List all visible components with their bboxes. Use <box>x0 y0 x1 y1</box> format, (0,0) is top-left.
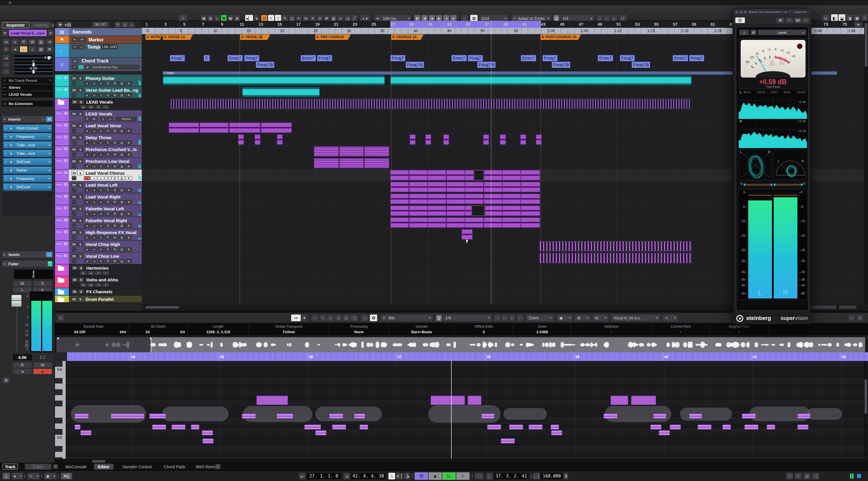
audio-clip[interactable] <box>171 99 691 109</box>
track-ctrl-2[interactable]: e <box>98 176 104 180</box>
editor-qtool-2[interactable]: e <box>509 314 515 321</box>
track-btn-m[interactable]: m <box>2 39 10 45</box>
track-ctrl-1[interactable]: ◂ <box>91 129 97 133</box>
editor-tool-3[interactable]: ◂) <box>335 314 342 321</box>
audio-clip[interactable] <box>314 158 339 168</box>
chord-event[interactable]: C <box>204 55 210 61</box>
track-m-button[interactable]: m <box>71 76 77 81</box>
pause-button[interactable]: ∥ <box>739 30 749 35</box>
audio-clip[interactable] <box>446 218 465 228</box>
track-ctrl-4[interactable]: W <box>112 188 118 192</box>
chord-event[interactable]: Emin7 <box>673 55 688 61</box>
audio-clip[interactable] <box>443 134 449 145</box>
audio-clip[interactable] <box>238 134 244 145</box>
track-m-button[interactable]: m <box>71 254 77 258</box>
automation-param-label[interactable]: Volume <box>116 117 136 121</box>
marker-flag[interactable]: 5: CHORUS 1A <box>391 34 424 40</box>
variaudio-segment[interactable] <box>797 414 810 419</box>
folder-ctrl-2[interactable]: = <box>95 105 102 109</box>
track-row-59[interactable]: ∿∿59msHigh Response FX Vocal●◂eRW▥❄ <box>55 229 142 241</box>
track-s-button[interactable]: s <box>78 230 83 234</box>
track-btn2-2[interactable]: ♪ <box>20 46 28 52</box>
editor-color-combo[interactable]: ◑▾ <box>662 314 678 321</box>
window-control-dot[interactable] <box>740 11 742 13</box>
audio-clip[interactable] <box>446 194 465 204</box>
audio-clip[interactable] <box>409 182 428 192</box>
track-row-56[interactable]: ∿∿56msLead Vocal Right●◂eRW▥❄ <box>55 193 142 205</box>
black-key[interactable] <box>55 418 62 423</box>
monitor-box[interactable] <box>72 188 76 192</box>
chord-event[interactable]: Emin7 <box>227 55 243 61</box>
track-ctrl-2[interactable]: e <box>98 164 104 168</box>
track-s-button[interactable]: s <box>78 265 84 270</box>
track-ctrl-6[interactable]: ❄ <box>126 129 132 133</box>
track-ctrl-3[interactable]: R <box>105 188 111 192</box>
info-field-zoom[interactable]: Zoom2.5488 <box>513 324 571 335</box>
track-s-button[interactable]: s <box>78 289 84 294</box>
track-ctrl-0[interactable]: ● <box>84 153 90 157</box>
audio-clip[interactable] <box>521 182 540 192</box>
track-ctrl-4[interactable]: W <box>112 200 118 204</box>
variaudio-editor[interactable]: C4C3 <box>55 361 868 459</box>
audio-clip[interactable] <box>465 182 484 192</box>
track-m-button[interactable]: m <box>71 171 77 175</box>
track-s-button[interactable]: s <box>78 194 83 199</box>
track-ctrl-3[interactable]: R <box>105 153 111 157</box>
audio-clip[interactable] <box>536 134 541 145</box>
variaudio-segment[interactable] <box>670 425 681 429</box>
track-ctrl-2[interactable]: e <box>98 259 104 263</box>
chord-event[interactable]: Fmaj7 <box>620 55 635 61</box>
bypass-icon[interactable]: □ <box>5 160 7 164</box>
track-ctrl-3[interactable]: R <box>105 235 111 239</box>
chevron-down-icon[interactable]: ▾ <box>49 169 50 172</box>
right-locator-icon[interactable]: ⬎ <box>343 473 350 480</box>
v-scrollbar-thumb[interactable] <box>865 23 867 66</box>
editor-tool-1[interactable]: ✎ <box>319 314 327 321</box>
monitor-box[interactable] <box>72 93 76 97</box>
track-s-button[interactable]: s <box>78 147 83 152</box>
audio-clip[interactable] <box>520 134 526 145</box>
folder-ctrl-1[interactable]: ◂ <box>87 283 94 287</box>
audio-clip[interactable] <box>199 123 228 133</box>
folder-ctrl-3[interactable]: ≈ <box>102 283 110 287</box>
tempo-track-row[interactable]: ♩⏻⌐□Tempo188.000 <box>55 44 142 58</box>
track-btn2-3[interactable]: ⌂ <box>28 46 36 52</box>
black-key[interactable] <box>55 429 62 435</box>
track-ctrl-5[interactable]: ▥ <box>119 164 125 168</box>
record-modes-combo[interactable]: ●▾ <box>11 473 23 480</box>
track-m-button[interactable]: m <box>71 218 77 223</box>
waveform-overview[interactable] <box>56 337 865 352</box>
track-s-button[interactable]: s <box>78 159 83 163</box>
chord-event[interactable]: Fmaj7 <box>468 55 483 61</box>
info-field-sample-rate[interactable]: Sample Rate44.100kHz <box>58 324 129 335</box>
editor-grid-icon[interactable]: ⊞ <box>57 314 64 321</box>
monitor-box[interactable] <box>72 164 76 168</box>
variaudio-segment[interactable] <box>551 430 562 435</box>
track-m-button[interactable]: m <box>71 242 77 247</box>
editor-grid-combo[interactable]: #Bar▾ <box>381 314 433 321</box>
chord-event[interactable]: Fmaj7/9 <box>256 62 274 68</box>
track-m-button[interactable]: m <box>72 277 78 282</box>
audio-clip[interactable] <box>521 206 540 216</box>
track-ctrl-4[interactable]: W <box>112 140 118 145</box>
insert-empty-slot[interactable] <box>3 200 52 208</box>
audio-clip[interactable] <box>484 182 502 192</box>
content-mode-combo[interactable]: ◉▾ <box>557 314 573 321</box>
audio-clip[interactable] <box>428 218 446 228</box>
playhead-position-value[interactable]: 37. 3. 2. 42 <box>494 473 529 480</box>
marker-flag[interactable]: 3: VERSE 1B <box>240 34 270 40</box>
chevron-down-icon[interactable]: ▾ <box>49 186 50 189</box>
audio-clip[interactable] <box>485 206 502 216</box>
track-ctrl-6[interactable]: ❄ <box>126 188 132 192</box>
chord-event[interactable]: Fmaj7 <box>170 55 185 61</box>
editor-h-thumb[interactable] <box>92 460 105 463</box>
audio-clip[interactable] <box>163 75 385 85</box>
tab-sampler-control[interactable]: Sampler Control <box>118 463 157 470</box>
black-key[interactable] <box>55 389 62 395</box>
tempo-spinner[interactable]: ⇅ <box>564 473 568 480</box>
add-marker-button[interactable]: ▾+ <box>72 37 78 42</box>
info-field-length[interactable]: Length1259. 3. 3.119 <box>188 324 249 335</box>
play-button[interactable]: ▷ <box>442 472 456 480</box>
edit-icon[interactable]: e <box>10 168 12 172</box>
track-s-button[interactable]: s <box>78 254 83 258</box>
